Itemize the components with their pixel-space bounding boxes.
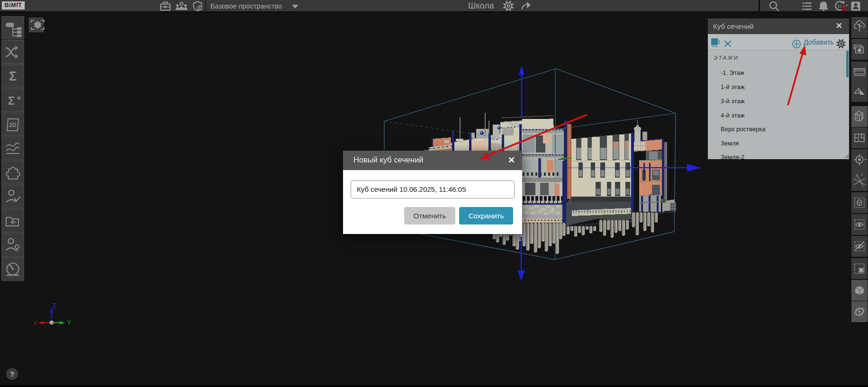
svg-text:10: 10 bbox=[838, 4, 842, 9]
svg-text:2D: 2D bbox=[9, 122, 17, 128]
svg-text:Σ: Σ bbox=[8, 94, 15, 107]
svg-text:+: + bbox=[17, 94, 21, 102]
svg-text:Σ: Σ bbox=[9, 69, 17, 83]
svg-text:2: 2 bbox=[861, 173, 863, 176]
svg-text:1: 1 bbox=[855, 174, 857, 178]
